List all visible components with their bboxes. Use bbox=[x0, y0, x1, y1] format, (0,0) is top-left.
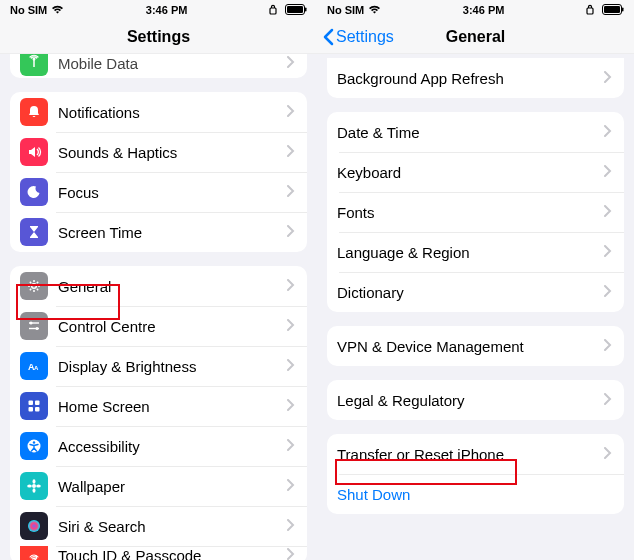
settings-group-notifications: NotificationsSounds & HapticsFocusScreen… bbox=[10, 92, 307, 252]
chevron-right-icon bbox=[287, 437, 295, 455]
list-item[interactable]: General bbox=[10, 266, 307, 306]
row-label: Mobile Data bbox=[58, 55, 287, 72]
chevron-right-icon bbox=[287, 103, 295, 121]
chevron-right-icon bbox=[604, 243, 612, 261]
row-label: Language & Region bbox=[337, 244, 604, 261]
row-label: Home Screen bbox=[58, 398, 287, 415]
row-label: Focus bbox=[58, 184, 287, 201]
chevron-right-icon bbox=[287, 223, 295, 241]
chevron-left-icon bbox=[323, 28, 334, 46]
bell-icon bbox=[20, 98, 48, 126]
text-size-icon: AA bbox=[20, 352, 48, 380]
speaker-icon bbox=[20, 138, 48, 166]
list-item[interactable]: Fonts bbox=[327, 192, 624, 232]
svg-point-23 bbox=[28, 520, 40, 532]
svg-rect-24 bbox=[587, 8, 593, 14]
accessibility-icon bbox=[20, 432, 48, 460]
wifi-icon bbox=[368, 4, 381, 16]
chevron-right-icon bbox=[287, 517, 295, 535]
chevron-right-icon bbox=[287, 183, 295, 201]
row-label: Background App Refresh bbox=[337, 70, 604, 87]
list-item[interactable]: Control Centre bbox=[10, 306, 307, 346]
svg-rect-7 bbox=[29, 322, 39, 323]
list-item[interactable]: Keyboard bbox=[327, 152, 624, 192]
chevron-right-icon bbox=[287, 397, 295, 415]
row-label: Sounds & Haptics bbox=[58, 144, 287, 161]
row-label: VPN & Device Management bbox=[337, 338, 604, 355]
list-item[interactable]: Accessibility bbox=[10, 426, 307, 466]
row-label: Date & Time bbox=[337, 124, 604, 141]
svg-point-17 bbox=[33, 441, 35, 443]
chevron-right-icon bbox=[604, 337, 612, 355]
list-item[interactable]: Background App Refresh bbox=[327, 58, 624, 98]
list-item[interactable]: AADisplay & Brightness bbox=[10, 346, 307, 386]
general-group-vpn: VPN & Device Management bbox=[327, 326, 624, 366]
settings-screen: No SIM 3:46 PM Settings Mobile Data Not bbox=[0, 0, 317, 560]
list-item[interactable]: Sounds & Haptics bbox=[10, 132, 307, 172]
list-item[interactable]: Legal & Regulatory bbox=[327, 380, 624, 420]
page-title: Settings bbox=[127, 28, 190, 46]
chevron-right-icon bbox=[604, 283, 612, 301]
list-item[interactable]: Language & Region bbox=[327, 232, 624, 272]
svg-point-5 bbox=[32, 284, 37, 289]
chevron-right-icon bbox=[287, 357, 295, 375]
battery-icon bbox=[602, 4, 624, 17]
svg-rect-27 bbox=[622, 7, 624, 11]
list-item[interactable]: Touch ID & Passcode bbox=[10, 546, 307, 560]
chevron-right-icon bbox=[287, 143, 295, 161]
list-item[interactable]: Wallpaper bbox=[10, 466, 307, 506]
list-item[interactable]: Transfer or Reset iPhone bbox=[327, 434, 624, 474]
moon-icon bbox=[20, 178, 48, 206]
row-label: Transfer or Reset iPhone bbox=[337, 446, 604, 463]
chevron-right-icon bbox=[604, 163, 612, 181]
list-item[interactable]: Date & Time bbox=[327, 112, 624, 152]
list-item[interactable]: Notifications bbox=[10, 92, 307, 132]
list-item-mobile-data[interactable]: Mobile Data bbox=[10, 54, 307, 78]
row-label: Wallpaper bbox=[58, 478, 287, 495]
back-button[interactable]: Settings bbox=[323, 28, 394, 46]
row-label: Dictionary bbox=[337, 284, 604, 301]
row-label: Control Centre bbox=[58, 318, 287, 335]
list-item[interactable]: Screen Time bbox=[10, 212, 307, 252]
svg-point-22 bbox=[36, 485, 41, 488]
nav-bar: Settings bbox=[0, 20, 317, 54]
row-label: General bbox=[58, 278, 287, 295]
orientation-lock-icon bbox=[586, 4, 598, 17]
row-label: Fonts bbox=[337, 204, 604, 221]
carrier-text: No SIM bbox=[10, 4, 47, 16]
chevron-right-icon bbox=[287, 317, 295, 335]
flower-icon bbox=[20, 472, 48, 500]
list-item[interactable]: Focus bbox=[10, 172, 307, 212]
nav-bar: Settings General bbox=[317, 20, 634, 54]
list-item[interactable]: Dictionary bbox=[327, 272, 624, 312]
svg-rect-15 bbox=[35, 407, 40, 412]
hourglass-icon bbox=[20, 218, 48, 246]
list-item[interactable]: VPN & Device Management bbox=[327, 326, 624, 366]
svg-point-18 bbox=[32, 484, 36, 488]
battery-icon bbox=[285, 4, 307, 17]
list-item[interactable]: Home Screen bbox=[10, 386, 307, 426]
svg-rect-14 bbox=[29, 407, 34, 412]
chevron-right-icon bbox=[287, 477, 295, 495]
row-label: Legal & Regulatory bbox=[337, 392, 604, 409]
row-label: Accessibility bbox=[58, 438, 287, 455]
chevron-right-icon bbox=[604, 123, 612, 141]
antenna-icon bbox=[20, 54, 48, 76]
svg-rect-0 bbox=[270, 8, 276, 14]
list-item[interactable]: Shut Down bbox=[327, 474, 624, 514]
svg-text:A: A bbox=[34, 365, 39, 371]
general-group-locale: Date & TimeKeyboardFontsLanguage & Regio… bbox=[327, 112, 624, 312]
clock-text: 3:46 PM bbox=[463, 4, 505, 16]
svg-rect-2 bbox=[287, 6, 303, 13]
page-title: General bbox=[446, 28, 506, 46]
row-label: Siri & Search bbox=[58, 518, 287, 535]
row-label: Touch ID & Passcode bbox=[58, 547, 287, 561]
svg-rect-3 bbox=[305, 7, 307, 11]
list-item[interactable]: Siri & Search bbox=[10, 506, 307, 546]
row-label: Display & Brightness bbox=[58, 358, 287, 375]
chevron-right-icon bbox=[604, 391, 612, 409]
settings-group-general: GeneralControl CentreAADisplay & Brightn… bbox=[10, 266, 307, 560]
siri-icon bbox=[20, 512, 48, 540]
general-screen: No SIM 3:46 PM Settings General Backgrou… bbox=[317, 0, 634, 560]
chevron-right-icon bbox=[287, 54, 295, 72]
